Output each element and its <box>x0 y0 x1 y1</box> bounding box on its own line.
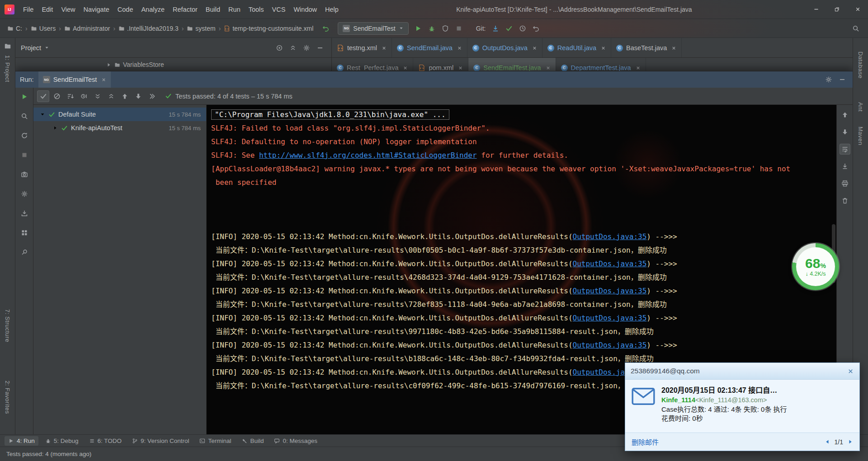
import-tests-button[interactable] <box>19 208 30 219</box>
rerun-button[interactable] <box>19 91 30 102</box>
breadcrumb-item[interactable]: system <box>186 24 216 33</box>
console-link[interactable]: OutputDos.java:35 <box>573 314 647 322</box>
menu-file[interactable]: File <box>19 4 38 15</box>
scroll-down-button[interactable] <box>840 127 850 137</box>
chevron-down-icon[interactable] <box>44 45 49 50</box>
run-button[interactable] <box>412 23 425 34</box>
menu-edit[interactable]: Edit <box>38 4 57 15</box>
test-history-button[interactable] <box>19 130 30 141</box>
stripe-project[interactable]: 1: Project <box>4 55 11 82</box>
expand-all-button[interactable] <box>91 90 104 102</box>
project-panel-title[interactable]: Project <box>21 44 41 52</box>
toolwindow-button-6-todo[interactable]: 6: TODO <box>85 436 126 446</box>
toolwindow-button-5-debug[interactable]: 5: Debug <box>42 436 82 446</box>
update-project-button[interactable] <box>490 23 502 34</box>
menu-vcs[interactable]: VCS <box>268 4 290 15</box>
previous-failed-button[interactable] <box>118 90 131 102</box>
toolwindow-button-9-version-control[interactable]: 9: Version Control <box>128 436 193 446</box>
back-arrow-icon[interactable] <box>322 25 330 32</box>
rollback-button[interactable] <box>530 23 542 34</box>
editor-tab-readutil-java[interactable]: CReadUtil.java <box>542 38 611 58</box>
run-configuration-select[interactable]: NG SendEmailTest <box>338 22 408 35</box>
chevron-right-icon[interactable] <box>106 62 112 68</box>
show-ignored-toggle[interactable] <box>51 90 63 102</box>
editor-tab-rest-perfect-java[interactable]: CRest_Perfect.java <box>332 58 413 71</box>
menu-build[interactable]: Build <box>202 4 224 15</box>
sort-by-duration-toggle[interactable] <box>78 90 90 102</box>
stripe-ant[interactable]: Ant <box>857 102 864 112</box>
toolwindow-button-0-messages[interactable]: 0: Messages <box>270 436 321 446</box>
menu-navigate[interactable]: Navigate <box>80 4 113 15</box>
console-link[interactable]: OutputDos.java:35 <box>573 287 647 295</box>
menu-analyze[interactable]: Analyze <box>137 4 169 15</box>
stripe-favorites[interactable]: 2: Favorites <box>4 381 11 414</box>
breadcrumb-item[interactable]: Users <box>30 24 57 33</box>
editor-tab-sendemail-java[interactable]: CSendEmail.java <box>392 38 467 58</box>
project-tree-item[interactable]: VariablesStore <box>123 61 164 68</box>
menu-refactor[interactable]: Refactor <box>169 4 202 15</box>
show-passed-toggle[interactable] <box>37 90 49 102</box>
next-failed-button[interactable] <box>132 90 144 102</box>
menu-code[interactable]: Code <box>113 4 137 15</box>
editor-tab-departmenttest-java[interactable]: CDepartmentTest.java <box>556 58 646 71</box>
test-suite-row[interactable]: Default Suite 15 s 784 ms <box>33 108 206 121</box>
console-link[interactable]: OutputDos.java:35 <box>573 341 647 349</box>
run-tab[interactable]: NG SendEmailTest <box>38 71 111 88</box>
next-mail-button[interactable] <box>847 439 853 445</box>
chevron-right-icon[interactable] <box>52 125 58 131</box>
menu-tools[interactable]: Tools <box>245 4 268 15</box>
prev-mail-button[interactable] <box>825 439 830 445</box>
toolwindow-button-build[interactable]: Build <box>238 436 267 446</box>
stop-button[interactable] <box>453 23 465 34</box>
editor-tab-testng-xml[interactable]: testng.xml <box>332 38 392 58</box>
pin-button[interactable] <box>19 247 30 258</box>
commit-button[interactable] <box>503 23 515 34</box>
sort-alphabetically-toggle[interactable] <box>64 90 76 102</box>
history-button[interactable] <box>517 23 529 34</box>
editor-tab-basetest-java[interactable]: CBaseTest.java <box>611 38 682 58</box>
stripe-database[interactable]: Database <box>857 52 864 79</box>
stop-button[interactable] <box>19 150 30 160</box>
stripe-maven[interactable]: Maven <box>857 127 864 146</box>
console-link[interactable]: http://www.slf4j.org/codes.html#StaticLo… <box>259 151 477 160</box>
menu-view[interactable]: View <box>57 4 79 15</box>
breadcrumb-item[interactable]: .IntelliJIdea2019.3 <box>118 24 179 33</box>
scroll-up-button[interactable] <box>840 109 850 120</box>
search-everywhere-button[interactable] <box>849 23 862 34</box>
collapse-all-button[interactable] <box>105 90 117 102</box>
coverage-button[interactable] <box>439 23 452 34</box>
print-button[interactable] <box>840 178 850 189</box>
mail-subject[interactable]: 2020月05月15日 02:13:47 接口自… <box>661 384 787 395</box>
menu-run[interactable]: Run <box>224 4 245 15</box>
soft-wrap-toggle[interactable] <box>840 144 850 155</box>
settings-button[interactable] <box>300 42 312 54</box>
editor-tab-pom-xml[interactable]: pom.xml <box>413 58 468 71</box>
minimize-button[interactable] <box>806 0 826 19</box>
screenshot-button[interactable] <box>19 169 30 180</box>
breadcrumb-item[interactable]: C: <box>6 24 23 33</box>
hide-button[interactable] <box>836 74 848 85</box>
collapse-all-button[interactable] <box>287 42 299 54</box>
clear-all-button[interactable] <box>840 195 850 206</box>
layout-button[interactable] <box>19 227 30 238</box>
toolwindow-button-terminal[interactable]: Terminal <box>196 436 235 446</box>
close-icon[interactable] <box>101 77 106 82</box>
rerun-failed-button[interactable] <box>19 111 30 122</box>
debug-button[interactable] <box>426 23 438 34</box>
breadcrumb-item[interactable]: Administrator <box>63 24 111 33</box>
menu-help[interactable]: Help <box>321 4 343 15</box>
restore-button[interactable] <box>826 0 847 19</box>
menu-window[interactable]: Window <box>289 4 321 15</box>
delete-mail-link[interactable]: 删除邮件 <box>632 437 659 447</box>
breadcrumb-item[interactable]: temp-testng-customsuite.xml <box>223 24 314 33</box>
settings-button[interactable] <box>822 74 835 85</box>
toolwindow-button-4-run[interactable]: 4: Run <box>5 436 38 446</box>
close-button[interactable] <box>847 0 868 19</box>
locate-file-button[interactable] <box>273 42 285 54</box>
settings-button[interactable] <box>19 188 30 199</box>
console-link[interactable]: OutputDos.java:35 <box>573 259 647 268</box>
more-button[interactable] <box>146 90 158 102</box>
stripe-structure[interactable]: 7: Structure <box>4 309 11 342</box>
chevron-down-icon[interactable] <box>40 112 45 117</box>
test-row[interactable]: Knife-apiAutoTest 15 s 784 ms <box>33 121 206 135</box>
